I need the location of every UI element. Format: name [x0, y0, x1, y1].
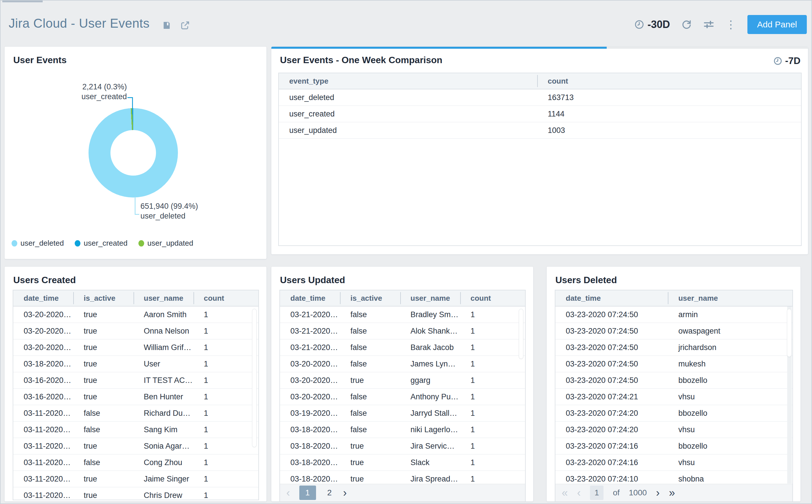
dashboard-time-range[interactable]: -30D: [634, 18, 670, 31]
next-page-icon[interactable]: ›: [343, 487, 347, 498]
scrollbar-thumb[interactable]: [519, 309, 523, 359]
column-header-count[interactable]: count: [193, 290, 258, 306]
table-cell: false: [340, 409, 400, 418]
total-pages: 1000: [629, 488, 647, 497]
first-page-icon[interactable]: «: [562, 487, 568, 498]
leader-line: [135, 198, 136, 214]
table-row: 03-20-2020…trueWilliam Grif…1: [13, 339, 258, 356]
loading-progress-bar: [271, 47, 607, 49]
table-cell: false: [73, 458, 133, 467]
panel-time-range[interactable]: -7D: [773, 55, 800, 66]
scrollbar-thumb[interactable]: [787, 309, 792, 357]
next-page-icon[interactable]: ›: [656, 487, 660, 498]
table-cell: 1: [193, 491, 258, 500]
dashboard-header: Jira Cloud - User Events -30D ⋮: [0, 2, 812, 43]
table-row: 03-11-2020…trueChris Drew1: [13, 487, 258, 500]
table-cell: 03-18-2020…: [280, 425, 340, 434]
table-cell: 03-21-2020…: [280, 343, 340, 352]
table-cell: 03-21-2020…: [280, 310, 340, 319]
donut-chart[interactable]: [89, 108, 178, 198]
panel-week-comparison: User Events - One Week Comparison -7D ev…: [271, 47, 808, 254]
table-cell: 03-23-2020 07:24:16: [555, 442, 668, 451]
table-row: user_created1144: [279, 106, 801, 122]
column-header-date-time[interactable]: date_time: [555, 290, 668, 306]
table-cell: true: [340, 442, 400, 451]
table-cell: Bradley Sm…: [400, 310, 460, 319]
filter-settings-icon[interactable]: [703, 19, 715, 30]
clock-icon: [634, 20, 644, 29]
table-cell: false: [340, 310, 400, 319]
column-header-event-type[interactable]: event_type: [279, 73, 537, 89]
panel-title: User Events: [13, 55, 67, 65]
prev-page-icon[interactable]: ‹: [286, 487, 290, 498]
page-button-1[interactable]: 1: [299, 486, 316, 500]
page-button-2[interactable]: 2: [325, 488, 334, 497]
table-cell: 1: [193, 360, 258, 368]
table-row: 03-23-2020 07:24:20bbozello: [555, 405, 792, 422]
table-cell: James Lyn…: [400, 360, 460, 368]
column-header-is-active[interactable]: is_active: [340, 290, 400, 306]
table-row: 03-18-2020…trueSlack1: [280, 454, 525, 471]
scrollbar-thumb[interactable]: [252, 309, 257, 447]
kebab-menu-icon[interactable]: ⋮: [725, 19, 736, 30]
loading-progress-track: [271, 47, 808, 49]
current-page-box[interactable]: 1: [590, 486, 604, 500]
column-header-date-time[interactable]: date_time: [13, 290, 73, 306]
time-range-value: -7D: [785, 55, 800, 66]
table-cell: 03-18-2020…: [13, 360, 73, 368]
table-cell: 1: [460, 442, 525, 451]
refresh-icon[interactable]: [681, 19, 692, 30]
table-row: 03-23-2020 07:24:50jrichardson: [555, 339, 792, 356]
legend-dot: [12, 240, 17, 247]
prev-page-icon[interactable]: ‹: [577, 487, 581, 498]
table-row: 03-11-2020…trueSonia Agar…1: [13, 438, 258, 454]
column-header-user-name[interactable]: user_name: [400, 290, 460, 306]
table-cell: 1: [193, 310, 258, 319]
table-cell: User: [134, 360, 193, 368]
table-row: user_deleted163713: [279, 89, 801, 106]
column-header-user-name[interactable]: user_name: [134, 290, 193, 306]
column-header-date-time[interactable]: date_time: [280, 290, 340, 306]
table-cell: shobna: [668, 475, 792, 484]
table-cell: Ben Hunter: [134, 392, 193, 401]
column-header-count[interactable]: count: [537, 73, 801, 89]
table-cell: 1: [460, 376, 525, 385]
add-panel-button[interactable]: Add Panel: [747, 15, 807, 34]
panel-title: User Events - One Week Comparison: [280, 55, 442, 65]
panel-title: Users Created: [13, 275, 76, 285]
table-cell: Cong Zhou: [134, 458, 193, 467]
table-cell: 03-19-2020…: [280, 409, 340, 418]
column-header-user-name[interactable]: user_name: [668, 290, 792, 306]
share-icon[interactable]: [180, 20, 190, 31]
table-cell: 03-23-2020 07:24:20: [555, 425, 668, 434]
legend-item[interactable]: user_created: [75, 239, 127, 248]
column-header-count[interactable]: count: [460, 290, 525, 306]
table-cell: 03-11-2020…: [13, 442, 73, 451]
users-updated-table: date_time is_active user_name count 03-2…: [279, 290, 526, 501]
table-header: date_time user_name: [555, 290, 792, 306]
legend-item[interactable]: user_updated: [138, 239, 193, 248]
panel-users-created: Users Created date_time is_active user_n…: [5, 267, 266, 501]
table-cell: jrichardson: [668, 343, 792, 352]
column-header-is-active[interactable]: is_active: [73, 290, 133, 306]
table-cell: vhsu: [668, 392, 792, 401]
table-cell: 03-23-2020 07:24:50: [555, 310, 668, 319]
table-row: 03-23-2020 07:24:50owaspagent: [555, 323, 792, 339]
scrollbar-track[interactable]: [787, 306, 792, 484]
table-cell: 1: [460, 458, 525, 467]
table-cell: niki Lagerlo…: [400, 425, 460, 434]
table-cell: true: [340, 475, 400, 484]
table-row: 03-18-2020…trueJira Spread…1: [280, 471, 525, 484]
table-cell: 1: [460, 475, 525, 484]
table-cell: bbozello: [668, 409, 792, 418]
clock-icon: [773, 57, 782, 65]
table-cell: 03-20-2020…: [13, 343, 73, 352]
save-icon[interactable]: [161, 20, 172, 31]
last-page-icon[interactable]: »: [669, 487, 675, 498]
table-cell: 1: [460, 409, 525, 418]
legend-item[interactable]: user_deleted: [12, 239, 64, 248]
table-cell: vhsu: [668, 425, 792, 434]
table-row: 03-11-2020…trueJaime Singer1: [13, 471, 258, 487]
panel-title: Users Deleted: [555, 275, 617, 285]
table-cell: Jira Servic…: [400, 442, 460, 451]
